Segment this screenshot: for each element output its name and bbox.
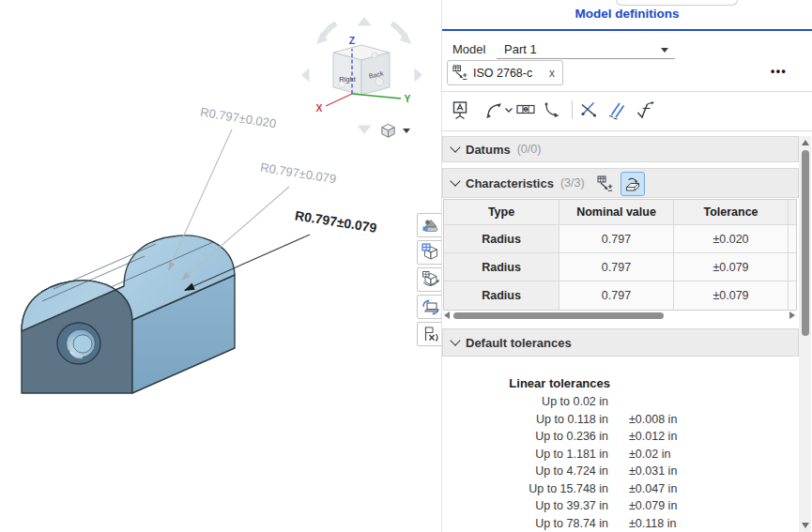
tolerance-value: ±0.079 in <box>629 499 677 512</box>
cell-tolerance[interactable]: ±0.079 <box>674 253 789 281</box>
rotate-left-arrow-icon[interactable] <box>301 68 310 83</box>
viewport-3d[interactable]: Right Back Z X Y <box>0 0 441 532</box>
parallel-tool-button[interactable] <box>606 98 627 122</box>
default-tolerances-title: Default tolerances <box>466 336 572 350</box>
dimension-label-3-selected[interactable]: R0.797±0.079 <box>294 207 377 236</box>
linear-tolerance-row: Up to 15.748 in ±0.047 in <box>442 480 799 498</box>
scroll-up-arrow-icon[interactable] <box>802 140 809 145</box>
vertical-scroll-thumb[interactable] <box>802 150 809 336</box>
datum-feature-icon <box>450 99 470 120</box>
table-row[interactable]: Radius 0.797 ±0.020 <box>444 225 796 253</box>
view-options-button[interactable] <box>379 118 421 143</box>
chevron-down-icon <box>450 175 460 186</box>
model-select-underline <box>497 58 675 59</box>
more-options-button[interactable]: ••• <box>771 65 803 84</box>
standard-chip-label: ISO 2768-c <box>473 67 544 80</box>
scroll-right-arrow-icon[interactable] <box>789 312 795 319</box>
view-cube-icon <box>379 122 397 140</box>
browser-tab-edge <box>616 0 738 6</box>
scroll-down-arrow-icon[interactable] <box>802 523 809 528</box>
panel-vertical-scrollbar[interactable] <box>799 136 811 532</box>
characteristics-count: (3/3) <box>560 176 585 190</box>
chip-close-button[interactable]: x <box>548 67 556 80</box>
toolbar-separator <box>572 100 573 119</box>
cell-nominal[interactable]: 0.797 <box>559 225 674 253</box>
intersection-tool-button[interactable] <box>578 98 599 122</box>
roll-cw-arrow-icon[interactable] <box>391 23 405 37</box>
col-header-extra <box>789 200 796 225</box>
view-cube-face-right-label[interactable]: Right <box>339 75 356 84</box>
dimension-leader-icon <box>483 99 503 120</box>
rotate-down-arrow-icon[interactable] <box>358 126 372 135</box>
dimension-tool-button[interactable] <box>483 98 503 122</box>
rotate-up-arrow-icon[interactable] <box>358 17 372 26</box>
tolerance-range: Up to 0.02 in <box>442 395 608 408</box>
tolerance-value: ±0.118 in <box>629 517 676 530</box>
tolerance-table-icon <box>452 65 468 82</box>
axis-y-label: Y <box>404 93 410 104</box>
chevron-down-icon <box>450 335 460 345</box>
linear-tolerance-row: Up to 1.181 in ±0.02 in <box>442 446 799 464</box>
cell-extra <box>789 225 796 253</box>
cube-table-icon <box>421 243 440 262</box>
tolerance-standard-chip[interactable]: ISO 2768-c x <box>447 60 563 85</box>
datums-count: (0/0) <box>517 143 542 156</box>
tolerance-value: ±0.047 in <box>629 482 677 495</box>
cell-type[interactable]: Radius <box>444 253 559 281</box>
linear-tolerance-row: Up to 0.02 in <box>442 393 799 411</box>
part-model[interactable] <box>22 236 235 393</box>
panel-title-tab[interactable]: Model definitions <box>442 7 812 21</box>
section-header-characteristics[interactable]: Characteristics (3/3) <box>442 168 799 198</box>
tolerance-range: Up to 39.37 in <box>442 499 608 512</box>
linear-tolerances-title: Linear tolerances <box>442 376 610 390</box>
section-header-default-tolerances[interactable]: Default tolerances <box>442 328 799 357</box>
pick-from-model-button[interactable] <box>620 172 645 196</box>
table-row[interactable]: Radius 0.797 ±0.079 <box>444 253 796 281</box>
model-label: Model <box>452 42 485 56</box>
model-definitions-panel: Model definitions Model Part 1 ISO 2768-… <box>441 0 812 532</box>
divider <box>442 130 812 131</box>
appearance-icon <box>421 216 440 235</box>
col-header-tolerance: Tolerance <box>674 200 789 225</box>
roll-ccw-arrow-icon[interactable] <box>323 23 336 37</box>
dimension-label-2[interactable]: R0.797±0.079 <box>259 160 337 187</box>
tolerance-range: Up to 1.181 in <box>442 448 608 461</box>
linear-tolerance-row: Up to 0.236 in ±0.012 in <box>442 428 799 446</box>
rotate-right-arrow-icon[interactable] <box>415 68 423 83</box>
cell-type[interactable]: Radius <box>444 281 559 310</box>
tolerance-range: Up to 4.724 in <box>442 464 608 478</box>
tolerance-range: Up to 0.236 in <box>442 430 608 443</box>
view-options-caret-icon <box>403 129 410 133</box>
model-select-caret-icon[interactable] <box>661 48 668 53</box>
tolerance-table-icon <box>597 175 614 193</box>
cell-nominal[interactable]: 0.797 <box>559 253 674 281</box>
model-select[interactable]: Part 1 <box>504 42 654 56</box>
tolerance-range: Up to 15.748 in <box>442 482 608 495</box>
table-header-row: Type Nominal value Tolerance <box>444 200 796 225</box>
tolerance-value: ±0.031 in <box>629 464 677 478</box>
leader-note-button[interactable] <box>544 98 564 122</box>
device-sync-icon <box>421 297 440 316</box>
cell-nominal[interactable]: 0.797 <box>559 281 674 310</box>
dimension-tool-dropdown[interactable] <box>503 98 514 122</box>
section-header-datums[interactable]: Datums (0/0) <box>442 136 799 162</box>
view-cube[interactable]: Right Back Z X Y <box>301 17 422 134</box>
cell-tolerance[interactable]: ±0.079 <box>674 281 789 310</box>
part-counterbore-hole[interactable] <box>57 323 100 364</box>
tolerance-table-tool-button[interactable] <box>593 172 618 196</box>
linear-tolerance-row: Up to 4.724 in ±0.031 in <box>442 463 799 480</box>
flag-variable-icon <box>421 325 440 343</box>
scroll-left-arrow-icon[interactable] <box>444 312 450 319</box>
cell-tolerance[interactable]: ±0.020 <box>674 225 789 253</box>
table-row[interactable]: Radius 0.797 ±0.079 <box>444 281 796 310</box>
cell-extra <box>789 253 796 281</box>
datum-feature-tool-button[interactable] <box>450 98 470 122</box>
dimension-label-1[interactable]: R0.797±0.020 <box>199 105 277 131</box>
cell-type[interactable]: Radius <box>444 225 559 253</box>
table-horizontal-scrollbar[interactable] <box>443 311 797 320</box>
viewport-canvas[interactable]: Right Back Z X Y <box>0 0 441 532</box>
feature-control-frame-button[interactable] <box>515 98 536 122</box>
pick-from-model-icon <box>624 175 641 192</box>
surface-finish-tool-button[interactable] <box>635 98 655 122</box>
horizontal-scroll-thumb[interactable] <box>453 312 664 319</box>
